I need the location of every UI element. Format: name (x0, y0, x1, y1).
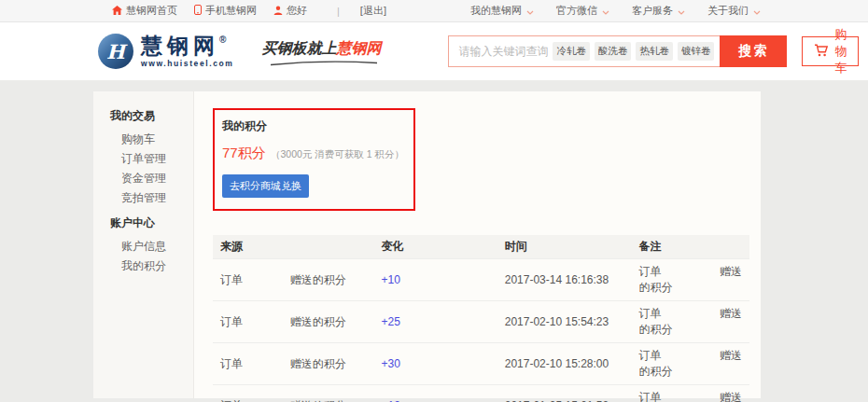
cell-change: +12 (374, 385, 497, 402)
greeting-label: 您好 (287, 4, 307, 18)
table-row: 订单 赠送的积分 +10 2017-03-14 16:16:38 订单赠送的积分 (213, 259, 749, 301)
sidebar-section-trade: 我的交易 (93, 101, 193, 130)
cell-source-detail: 赠送的积分 (283, 343, 374, 385)
chevron-down-icon (678, 6, 685, 17)
top-utility-bar: 慧钢网首页 手机慧钢网 您好 | [退出] 我的慧钢网 官方微信 客户服务 关于… (0, 0, 868, 22)
cell-source: 订单 (213, 301, 283, 343)
search-bar: 冷轧卷 酸洗卷 热轧卷 镀锌卷 搜索 (448, 35, 787, 67)
topbar-menu-about[interactable]: 关于我们 (707, 4, 761, 18)
topbar-link-mobile[interactable]: 手机慧钢网 (194, 4, 257, 18)
topbar-menu-service[interactable]: 客户服务 (632, 4, 685, 18)
topbar-greeting: 您好 (273, 4, 307, 18)
table-header-row: 来源 变化 时间 备注 (213, 235, 749, 259)
cell-change: +10 (374, 259, 497, 301)
cell-source: 订单 (213, 259, 283, 301)
cell-change: +30 (374, 343, 497, 385)
hot-keyword[interactable]: 镀锌卷 (678, 42, 715, 61)
column-header-change: 变化 (374, 235, 497, 259)
main-panel: 我的积分 77积分 （3000元 消费可获取 1 积分） 去积分商城兑换 来源 … (194, 91, 761, 398)
sidebar-item-funds[interactable]: 资金管理 (93, 169, 193, 188)
phone-icon (194, 5, 202, 17)
column-header-remark: 备注 (632, 235, 750, 259)
cell-remark: 订单赠送的积分 (632, 259, 750, 301)
cell-remark: 订单赠送的积分 (632, 343, 750, 385)
column-header-blank (283, 235, 374, 259)
cell-source: 订单 (213, 343, 283, 385)
site-logo[interactable]: H 慧钢网® www.huisteel.com (98, 34, 233, 69)
cell-remark: 订单赠送的积分 (632, 301, 750, 343)
slogan-prefix: 买钢板就上 (261, 39, 336, 57)
sidebar-item-orders[interactable]: 订单管理 (93, 149, 193, 169)
separator: | (337, 6, 340, 17)
column-header-source: 来源 (213, 235, 283, 259)
registered-mark: ® (219, 35, 226, 45)
menu-label: 客户服务 (632, 4, 673, 18)
table-row: 订单 赠送的积分 +30 2017-02-10 15:28:00 订单赠送的积分 (213, 343, 749, 385)
cart-label: 购物车 (834, 26, 847, 76)
cell-time: 2017-02-10 15:28:00 (497, 343, 632, 385)
home-icon (112, 6, 122, 17)
menu-label: 我的慧钢网 (470, 4, 522, 18)
sidebar-item-cart[interactable]: 购物车 (93, 130, 193, 149)
hot-keyword[interactable]: 冷轧卷 (553, 42, 590, 61)
menu-label: 官方微信 (556, 4, 597, 18)
logout-link[interactable]: [退出] (360, 4, 386, 18)
table-row: 订单 赠送的积分 +25 2017-02-10 15:54:23 订单赠送的积分 (213, 301, 749, 343)
cart-icon (814, 44, 829, 60)
account-sidebar: 我的交易 购物车 订单管理 资金管理 竞拍管理 账户中心 账户信息 我的积分 (93, 91, 194, 398)
logo-domain: www.huisteel.com (141, 60, 233, 68)
chevron-down-icon (602, 6, 609, 17)
hot-keyword[interactable]: 酸洗卷 (595, 42, 632, 61)
cell-time: 2017-02-10 15:54:23 (497, 301, 632, 343)
sidebar-item-account-info[interactable]: 账户信息 (93, 237, 193, 256)
points-history-table: 来源 变化 时间 备注 订单 赠送的积分 +10 2017-03-14 16:1… (213, 235, 749, 402)
sidebar-item-my-points[interactable]: 我的积分 (93, 256, 193, 276)
cell-source-detail: 赠送的积分 (283, 259, 374, 301)
user-icon (273, 6, 283, 17)
cart-button[interactable]: 购物车 (802, 36, 859, 66)
points-note: （3000元 消费可获取 1 积分） (271, 148, 404, 159)
hot-keyword[interactable]: 热轧卷 (636, 42, 673, 61)
logo-name: 慧钢网® (141, 35, 233, 57)
page-content: 我的交易 购物车 订单管理 资金管理 竞拍管理 账户中心 账户信息 我的积分 我… (93, 91, 761, 398)
points-summary-box: 我的积分 77积分 （3000元 消费可获取 1 积分） 去积分商城兑换 (213, 108, 415, 211)
slogan-underline (269, 60, 379, 66)
topbar-link-label: 手机慧钢网 (205, 4, 257, 18)
chevron-down-icon (526, 6, 534, 17)
sidebar-item-auction[interactable]: 竞拍管理 (93, 188, 193, 208)
points-value: 77积分 (222, 145, 266, 160)
chevron-down-icon (753, 6, 761, 17)
cell-time: 2017-01-05 15:01:52 (497, 385, 632, 402)
search-input[interactable] (458, 45, 548, 58)
exchange-button[interactable]: 去积分商城兑换 (222, 174, 309, 198)
cell-change: +25 (374, 301, 497, 343)
slogan-brand: 慧钢网 (336, 39, 381, 57)
column-header-time: 时间 (497, 235, 632, 259)
topbar-link-home[interactable]: 慧钢网首页 (112, 4, 177, 18)
cell-source-detail: 赠送的积分 (283, 385, 374, 402)
site-header: H 慧钢网® www.huisteel.com 买钢板就上慧钢网 冷轧卷 酸洗卷… (0, 22, 868, 80)
cell-source: 订单 (213, 385, 283, 402)
topbar-menu-wechat[interactable]: 官方微信 (556, 4, 609, 18)
cell-time: 2017-03-14 16:16:38 (497, 259, 632, 301)
points-title: 我的积分 (222, 118, 404, 134)
cell-source-detail: 赠送的积分 (283, 301, 374, 343)
logo-icon: H (98, 34, 133, 69)
topbar-menu-my-account[interactable]: 我的慧钢网 (470, 4, 534, 18)
topbar-link-label: 慧钢网首页 (126, 4, 177, 18)
search-button[interactable]: 搜索 (720, 35, 787, 67)
menu-label: 关于我们 (707, 4, 749, 18)
sidebar-section-account: 账户中心 (93, 208, 193, 237)
table-row: 订单 赠送的积分 +12 2017-01-05 15:01:52 订单赠送的积分 (213, 385, 749, 402)
site-slogan: 买钢板就上慧钢网 (261, 39, 381, 64)
cell-remark: 订单赠送的积分 (632, 385, 750, 402)
